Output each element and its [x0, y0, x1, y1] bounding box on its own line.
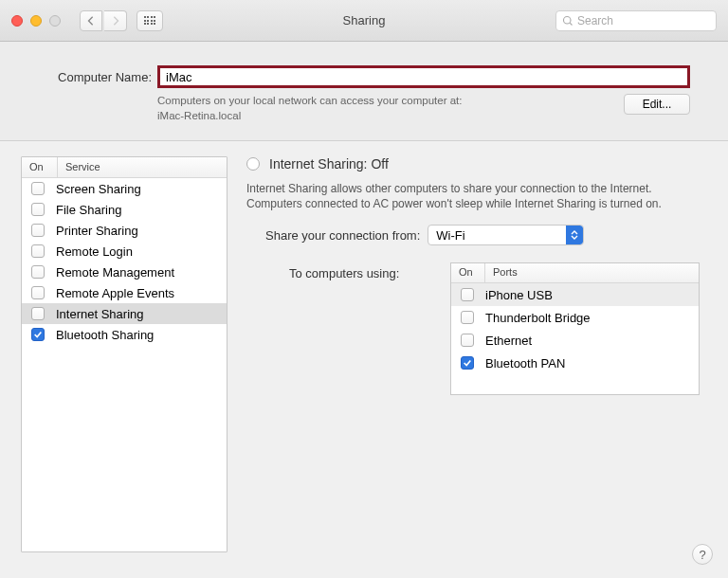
port-row[interactable]: Thunderbolt Bridge	[451, 306, 699, 329]
port-label: iPhone USB	[485, 288, 553, 302]
titlebar: Sharing Search	[0, 0, 728, 42]
service-row[interactable]: Printer Sharing	[22, 220, 227, 241]
service-checkbox[interactable]	[31, 307, 45, 320]
ports-column-ports[interactable]: Ports	[485, 263, 525, 282]
service-label: Printer Sharing	[56, 224, 138, 238]
service-checkbox[interactable]	[31, 182, 45, 195]
computer-name-input[interactable]	[157, 65, 690, 88]
service-label: Screen Sharing	[56, 182, 141, 196]
port-label: Thunderbolt Bridge	[485, 311, 591, 325]
service-checkbox[interactable]	[31, 328, 45, 341]
service-checkbox[interactable]	[31, 265, 45, 279]
search-icon	[562, 15, 573, 27]
detail-panel: Internet Sharing: Off Internet Sharing a…	[243, 156, 709, 552]
forward-button[interactable]	[104, 10, 127, 31]
maximize-icon	[49, 15, 61, 27]
window-title: Sharing	[343, 13, 386, 27]
service-checkbox[interactable]	[31, 286, 45, 299]
service-row[interactable]: Remote Management	[22, 262, 227, 282]
internet-sharing-toggle[interactable]	[246, 157, 260, 171]
service-label: Remote Management	[56, 265, 174, 280]
column-service[interactable]: Service	[58, 157, 227, 177]
service-label: Remote Apple Events	[56, 286, 174, 300]
service-list: On Service Screen SharingFile SharingPri…	[21, 156, 228, 552]
edit-button[interactable]: Edit...	[624, 94, 690, 115]
service-list-header: On Service	[22, 157, 227, 178]
minimize-icon[interactable]	[30, 15, 42, 27]
main-area: On Service Screen SharingFile SharingPri…	[0, 141, 728, 571]
close-icon[interactable]	[11, 15, 23, 27]
service-row[interactable]: Screen Sharing	[22, 178, 227, 199]
to-computers-label: To computers using:	[289, 262, 441, 395]
port-checkbox[interactable]	[461, 288, 474, 301]
port-row[interactable]: Bluetooth PAN	[451, 352, 699, 374]
service-label: Remote Login	[56, 244, 133, 259]
service-row[interactable]: File Sharing	[22, 199, 227, 220]
window-controls	[11, 15, 61, 27]
share-from-select[interactable]: Wi-Fi	[428, 225, 584, 245]
service-row[interactable]: Remote Apple Events	[22, 282, 227, 303]
select-arrows-icon	[566, 226, 583, 244]
service-row[interactable]: Remote Login	[22, 241, 227, 262]
column-on[interactable]: On	[22, 157, 58, 177]
ports-column-on[interactable]: On	[451, 263, 485, 282]
port-label: Bluetooth PAN	[485, 356, 565, 370]
port-checkbox[interactable]	[461, 356, 474, 370]
port-row[interactable]: Ethernet	[451, 329, 699, 352]
nav-group	[80, 10, 127, 31]
service-checkbox[interactable]	[31, 244, 45, 258]
computer-name-panel: Computer Name: Computers on your local n…	[0, 42, 728, 141]
port-checkbox[interactable]	[461, 311, 474, 324]
svg-point-0	[564, 16, 572, 24]
service-checkbox[interactable]	[31, 224, 45, 237]
computer-name-label: Computer Name:	[38, 70, 152, 84]
service-row[interactable]: Bluetooth Sharing	[22, 324, 227, 345]
service-label: Internet Sharing	[56, 307, 144, 321]
back-button[interactable]	[80, 10, 102, 31]
service-checkbox[interactable]	[31, 203, 45, 216]
help-button[interactable]: ?	[692, 544, 713, 565]
svg-line-1	[570, 23, 572, 25]
search-input[interactable]: Search	[555, 10, 717, 31]
detail-title: Internet Sharing: Off	[269, 156, 389, 172]
grid-icon	[144, 16, 156, 25]
computer-name-desc: Computers on your local network can acce…	[157, 94, 612, 123]
port-row[interactable]: iPhone USB	[451, 283, 699, 306]
service-label: Bluetooth Sharing	[56, 328, 154, 342]
detail-description: Internet Sharing allows other computers …	[246, 181, 700, 211]
service-label: File Sharing	[56, 203, 121, 217]
show-all-button[interactable]	[136, 10, 163, 31]
ports-list: On Ports iPhone USBThunderbolt BridgeEth…	[450, 262, 700, 395]
service-row[interactable]: Internet Sharing	[22, 303, 227, 324]
share-from-label: Share your connection from:	[265, 228, 420, 243]
port-checkbox[interactable]	[461, 334, 474, 347]
port-label: Ethernet	[485, 334, 532, 348]
